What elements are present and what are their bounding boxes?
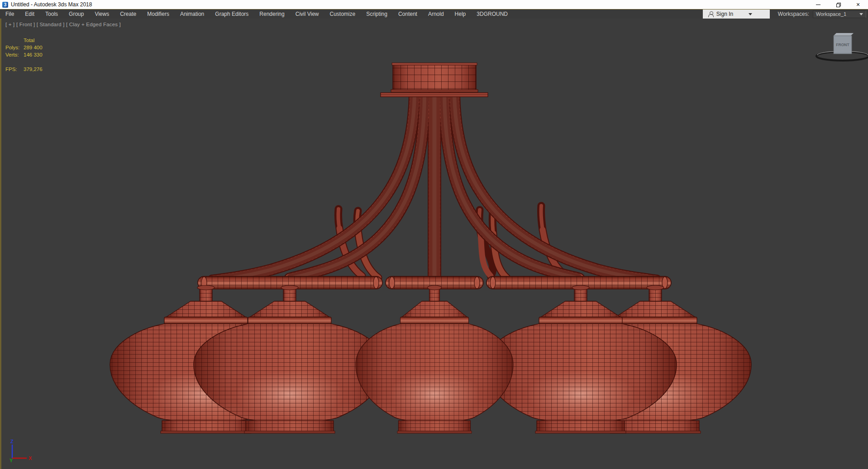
stats-polys-label: Polys: xyxy=(5,44,24,51)
menu-civil-view[interactable]: Civil View xyxy=(290,9,324,19)
axis-y-label: Y xyxy=(10,458,13,463)
scene-render: FRONT Z Y X xyxy=(0,19,868,469)
viewcube[interactable]: FRONT xyxy=(816,33,868,61)
menu-content[interactable]: Content xyxy=(393,9,423,19)
stats-fps-value: 379,276 xyxy=(24,66,43,73)
sign-in-label: Sign In xyxy=(716,11,733,17)
minimize-button[interactable] xyxy=(808,0,828,9)
menu-create[interactable]: Create xyxy=(114,9,142,19)
chandelier-arms xyxy=(213,96,656,280)
statistics-overlay: Total Polys: 289 400 Verts: 146 330 FPS:… xyxy=(5,37,43,73)
menu-group[interactable]: Group xyxy=(63,9,89,19)
restore-button[interactable] xyxy=(828,0,848,9)
viewcube-front-label: FRONT xyxy=(836,43,849,47)
menu-animation[interactable]: Animation xyxy=(175,9,210,19)
menu-file[interactable]: File xyxy=(0,9,19,19)
menu-3dground[interactable]: 3DGROUND xyxy=(471,9,513,19)
close-icon: × xyxy=(856,2,860,7)
workspaces-label: Workspaces: xyxy=(778,11,809,17)
chandelier-shade-front-center xyxy=(356,285,513,433)
menu-views[interactable]: Views xyxy=(89,9,114,19)
menu-customize[interactable]: Customize xyxy=(324,9,361,19)
stats-verts-row: Verts: 146 330 xyxy=(5,51,43,58)
workspace-value: Workspace_1 xyxy=(816,11,859,17)
menu-right-cluster: Sign In Workspaces: Workspace_1 xyxy=(703,9,868,19)
minimize-icon xyxy=(816,5,820,5)
axis-gizmo: Z Y X xyxy=(10,439,32,463)
stats-verts-label: Verts: xyxy=(5,51,24,58)
user-icon xyxy=(708,11,714,17)
menu-arnold[interactable]: Arnold xyxy=(423,9,449,19)
menu-rendering[interactable]: Rendering xyxy=(254,9,290,19)
menu-edit[interactable]: Edit xyxy=(19,9,40,19)
title-bar: 3 Untitled - Autodesk 3ds Max 2018 × xyxy=(0,0,868,9)
sign-in-button[interactable]: Sign In xyxy=(703,9,770,19)
axis-x-label: X xyxy=(29,455,32,461)
stats-polys-row: Polys: 289 400 xyxy=(5,44,43,51)
axis-z-label: Z xyxy=(10,439,14,444)
workspace-dropdown[interactable]: Workspace_1 xyxy=(813,10,866,18)
restore-icon xyxy=(836,3,840,7)
menu-graph-editors[interactable]: Graph Editors xyxy=(210,9,254,19)
menu-modifiers[interactable]: Modifiers xyxy=(142,9,175,19)
stats-fps-label: FPS: xyxy=(5,66,24,73)
menu-tools[interactable]: Tools xyxy=(40,9,63,19)
viewport-accent-border xyxy=(0,19,1,469)
chevron-down-icon xyxy=(749,13,752,15)
menu-items: File Edit Tools Group Views Create Modif… xyxy=(0,9,513,19)
menu-scripting[interactable]: Scripting xyxy=(361,9,393,19)
menu-bar: File Edit Tools Group Views Create Modif… xyxy=(0,9,868,19)
stats-fps-row: FPS: 379,276 xyxy=(5,66,43,73)
close-button[interactable]: × xyxy=(848,0,868,9)
stats-header: Total xyxy=(24,37,43,44)
viewport[interactable]: [ + ] [ Front ] [ Standard ] [ Clay + Ed… xyxy=(0,19,868,469)
window-controls: × xyxy=(808,0,868,9)
menu-help[interactable]: Help xyxy=(449,9,472,19)
stats-polys-value: 289 400 xyxy=(24,44,43,51)
viewport-label[interactable]: [ + ] [ Front ] [ Standard ] [ Clay + Ed… xyxy=(5,22,121,27)
stats-verts-value: 146 330 xyxy=(24,51,43,58)
app-icon: 3 xyxy=(2,2,8,8)
chandelier-ceiling-mount xyxy=(381,63,488,97)
workspace-chevron-icon xyxy=(859,13,863,15)
window-title: Untitled - Autodesk 3ds Max 2018 xyxy=(11,1,92,8)
